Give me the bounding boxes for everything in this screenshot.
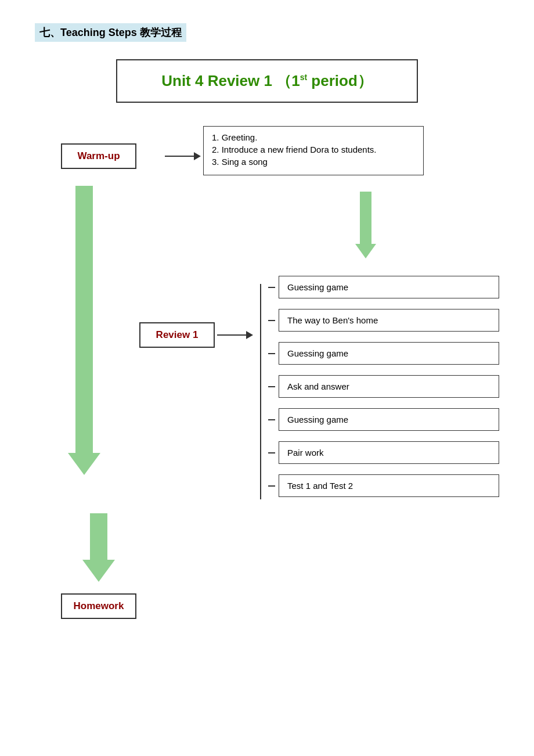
right-content-col: Review 1 Guessing game The way to Ben's … — [134, 186, 499, 507]
title-box: Unit 4 Review 1 （1st period） — [116, 59, 418, 103]
homework-box-wrapper: Homework — [61, 593, 137, 619]
section-heading-text: 七、Teaching Steps 教学过程 — [35, 23, 186, 42]
homework-shaft — [90, 513, 107, 560]
review-content-6: Pair work — [279, 441, 499, 464]
homework-green-arrow — [82, 513, 115, 582]
review-content-3: Guessing game — [279, 342, 499, 365]
review-content-5: Guessing game — [279, 408, 499, 431]
big-arrow-shaft — [75, 186, 93, 453]
review-row: Review 1 Guessing game The way to Ben's … — [139, 276, 499, 507]
small-arrow-row — [139, 192, 499, 270]
review-item-1: Guessing game — [268, 276, 499, 298]
left-arrow-col — [35, 186, 134, 475]
section-heading: 七、Teaching Steps 教学过程 — [35, 23, 499, 42]
bracket-tick-2 — [268, 320, 275, 321]
warmup-item-1: 1. Greeting. — [212, 132, 415, 142]
bracket-tick-1 — [268, 287, 275, 288]
bracket-tick-3 — [268, 353, 275, 354]
review-label-area: Review 1 — [139, 322, 255, 348]
title-text: Unit 4 Review 1 （1st period） — [161, 72, 373, 89]
review-arrow — [217, 331, 253, 339]
homework-section: Homework — [35, 513, 499, 619]
review-box: Review 1 — [139, 322, 215, 348]
bracket-tick-4 — [268, 386, 275, 387]
warmup-content-box: 1. Greeting. 2. Introduce a new friend D… — [203, 126, 424, 175]
warmup-item-2: 2. Introduce a new friend Dora to studen… — [212, 145, 415, 154]
big-arrow-head — [68, 453, 100, 475]
review-content-4: Ask and answer — [279, 375, 499, 398]
title-superscript: st — [300, 73, 307, 82]
review-item-4: Ask and answer — [268, 375, 499, 398]
warmup-row: Warm-up 1. Greeting. 2. Introduce a new … — [35, 126, 499, 186]
small-arrow-shaft — [360, 192, 371, 244]
homework-box: Homework — [61, 593, 137, 619]
bracket-tick-6 — [268, 452, 275, 453]
main-flow-section: Review 1 Guessing game The way to Ben's … — [35, 186, 499, 507]
warmup-left: Warm-up — [35, 143, 163, 169]
title-suffix: period） — [307, 72, 373, 89]
review-item-7: Test 1 and Test 2 — [268, 474, 499, 497]
homework-arrow-col: Homework — [35, 513, 163, 619]
big-green-arrow — [68, 186, 100, 475]
review-content-1: Guessing game — [279, 276, 499, 298]
warmup-box: Warm-up — [61, 143, 136, 169]
bracket-tick-5 — [268, 419, 275, 420]
review-item-2: The way to Ben's home — [268, 309, 499, 332]
bracket-tick-7 — [268, 485, 275, 487]
warmup-arrow — [165, 152, 201, 160]
review-item-3: Guessing game — [268, 342, 499, 365]
warmup-item-3: 3. Sing a song — [212, 157, 415, 167]
small-arrow-head — [355, 244, 376, 258]
review-content-2: The way to Ben's home — [279, 309, 499, 332]
review-content-7: Test 1 and Test 2 — [279, 474, 499, 497]
homework-head — [82, 560, 115, 582]
review-item-5: Guessing game — [268, 408, 499, 431]
review-bracket-group: Guessing game The way to Ben's home Gues… — [255, 276, 499, 507]
review-item-6: Pair work — [268, 441, 499, 464]
title-prefix: Unit 4 Review 1 （1 — [161, 72, 300, 89]
small-green-arrow — [355, 192, 376, 258]
